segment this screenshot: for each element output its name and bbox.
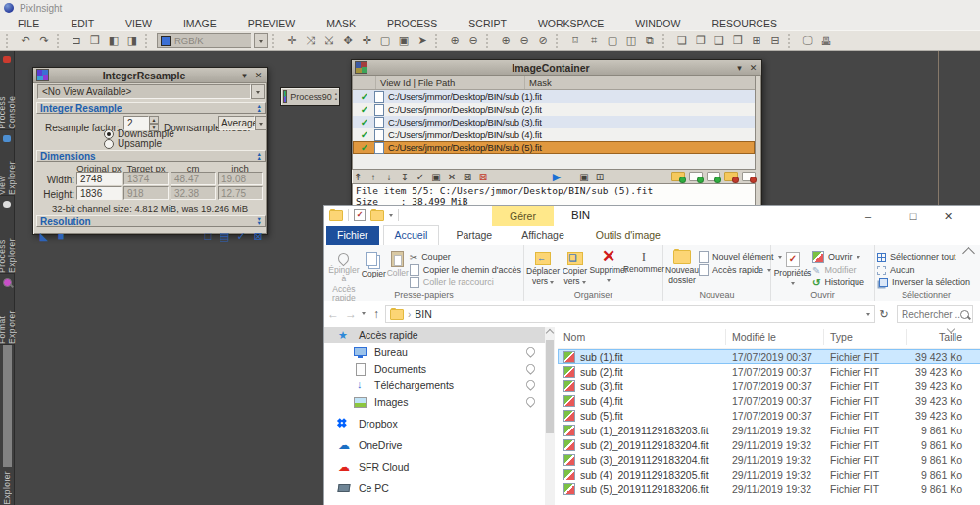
tab-process-explorer[interactable]: Process Explorer [0, 199, 14, 274]
spin-up-icon[interactable]: ▲ [149, 116, 159, 124]
menu-item[interactable]: WINDOW [619, 18, 696, 29]
screen-transfer-icon[interactable]: ⊐ [69, 33, 84, 48]
enabled-check-icon[interactable]: ✓ [359, 129, 370, 140]
new-folder-button[interactable]: Nouveau dossier [665, 247, 699, 289]
new-instance-icon[interactable]: ◣ [37, 230, 51, 243]
section-resolution[interactable]: Resolution ▼▼ [36, 215, 266, 227]
tab-view-explorer[interactable]: View Explorer [0, 133, 14, 196]
execute-icon[interactable]: ✓ [234, 230, 248, 243]
breadcrumb[interactable]: BIN [415, 308, 432, 320]
integer-resample-titlebar[interactable]: IntegerResample ▾ ✕ [33, 68, 267, 83]
channel-selector-dropdown[interactable] [254, 33, 268, 48]
menu-item[interactable]: EDIT [55, 18, 110, 29]
output-directory-icon[interactable] [707, 172, 720, 181]
menu-item[interactable]: PREVIEW [232, 18, 311, 29]
move-up-icon[interactable]: ↑ [368, 172, 379, 182]
enabled-check-icon[interactable]: ✓ [359, 104, 370, 115]
menu-item[interactable]: WORKSPACE [522, 18, 619, 29]
qat-customize-icon[interactable] [389, 214, 393, 219]
contextual-tab-group[interactable]: Gérer [492, 206, 554, 226]
menu-item[interactable]: MASK [311, 18, 371, 29]
file-row[interactable]: sub (2)_20191129183204.fit 29/11/2019 19… [558, 437, 980, 452]
qat-new-folder-icon[interactable] [370, 210, 384, 221]
collapse-icon[interactable]: ▲▲ [257, 152, 262, 160]
window-mode-1-icon[interactable]: ❏ [674, 33, 690, 48]
reset-icon[interactable]: ⊠ [251, 230, 265, 243]
zoom-out-icon[interactable]: ⊖ [466, 33, 481, 48]
collapse-icon[interactable]: ▲▲ [257, 104, 262, 112]
new-preview-icon[interactable]: ▢ [377, 33, 393, 48]
apply-icon[interactable]: ■ [54, 230, 68, 242]
view-id-column[interactable]: View Id | File Path [376, 76, 525, 89]
add-directory-icon[interactable] [689, 172, 703, 181]
tab-partage[interactable]: Partage [445, 226, 503, 245]
zoom-to-fit-icon[interactable]: ⤨ [303, 33, 318, 48]
tile-windows-icon[interactable]: ◫ [623, 33, 639, 48]
nav-item[interactable]: Bureau [324, 343, 545, 360]
split-left-icon[interactable]: ◧ [106, 33, 122, 48]
paste-shortcut-button[interactable]: Coller le raccourci [410, 277, 521, 288]
nav-item[interactable]: OneDrive [324, 436, 545, 453]
section-integer-resample[interactable]: Integer Resample ▲▲ [36, 102, 266, 114]
workspace-1-icon[interactable]: 🖵 [800, 33, 815, 48]
scroll-up-icon[interactable] [546, 329, 554, 337]
process90-iconized-window[interactable]: Process90 ▪▪ [280, 87, 340, 106]
expand-icon[interactable]: ▼▼ [257, 217, 262, 225]
window-mode-6-icon[interactable]: ⊟ [767, 33, 783, 48]
zoom-in-icon[interactable]: ⊕ [447, 33, 463, 48]
file-row[interactable]: sub (4).fit 17/07/2019 00:37 Fichier FIT… [558, 393, 980, 408]
fit-window-icon[interactable]: ⌑ [567, 33, 583, 48]
move-top-icon[interactable]: ↟ [352, 172, 364, 182]
image-row[interactable]: ✓ C:/Users/jmmor/Desktop/BIN/sub (2).fit [353, 103, 755, 116]
file-row[interactable]: sub (2).fit 17/07/2019 00:37 Fichier FIT… [558, 364, 980, 379]
side-strip-scroll[interactable] [3, 345, 12, 467]
enabled-check-icon[interactable]: ✓ [359, 91, 370, 102]
copy-to-button[interactable]: Copier vers [560, 247, 590, 289]
select-none-button[interactable]: Aucun [877, 264, 970, 276]
new-item-button[interactable]: Nouvel élément [699, 251, 782, 263]
tab-accueil[interactable]: Accueil [383, 225, 440, 245]
file-row[interactable]: sub (3)_20191129183204.fit 29/11/2019 19… [558, 452, 980, 467]
maximize-button[interactable]: □ [891, 206, 936, 226]
recent-locations-icon[interactable] [362, 312, 366, 317]
menu-item[interactable]: SCRIPT [453, 18, 522, 29]
process-documentation-icon[interactable]: ▤ [218, 230, 231, 243]
split-right-icon[interactable]: ◨ [124, 33, 140, 48]
window-mode-3-icon[interactable]: ❑ [711, 33, 727, 48]
column-size[interactable]: Taille [907, 329, 968, 345]
apply-to-views-icon[interactable]: ▣ [578, 172, 590, 182]
enable-all-icon[interactable]: ▣ [430, 172, 442, 182]
cascade-windows-icon[interactable]: ⧉ [642, 33, 658, 48]
clear-icon[interactable]: ⊠ [477, 172, 489, 182]
nav-item[interactable]: Images [324, 393, 545, 410]
cursor-mode-icon[interactable]: ➤ [415, 33, 430, 48]
shrink-view-icon[interactable]: ⤩ [321, 33, 337, 48]
iconize-button[interactable]: ▾ [239, 71, 250, 80]
rename-button[interactable]: I Renommer [627, 247, 661, 289]
toolbar-handle[interactable] [6, 34, 13, 48]
pan-mode-icon[interactable]: ✛ [284, 33, 300, 48]
zoom-11-icon[interactable]: ⊕ [498, 33, 514, 48]
menu-item[interactable]: PROCESS [371, 18, 453, 29]
address-dropdown-icon[interactable] [866, 313, 870, 318]
close-button[interactable]: ✕ [936, 206, 980, 226]
mask-column[interactable]: Mask [525, 76, 755, 89]
nav-item[interactable]: Documents [324, 360, 545, 377]
expand-handle-icon[interactable]: ▪▪ [335, 92, 337, 102]
nav-item[interactable]: Accès rapide [324, 327, 545, 343]
column-name[interactable]: Nom [558, 329, 726, 345]
close-button[interactable]: ✕ [748, 63, 759, 73]
up-icon[interactable]: ↑ [368, 307, 385, 321]
remove-files-icon[interactable] [724, 172, 738, 181]
downsample-mode-select[interactable]: Average [218, 116, 255, 130]
workspace-2-icon[interactable]: 🖶 [818, 33, 834, 48]
add-view-icon[interactable]: ⊞ [594, 172, 606, 182]
iconize-button[interactable]: ▾ [734, 63, 745, 73]
delete-button[interactable]: ✕ Supprimer [590, 247, 627, 289]
file-row[interactable]: sub (5).fit 17/07/2019 00:37 Fichier FIT… [558, 408, 980, 423]
explorer-titlebar[interactable]: ✓ Gérer BIN – □ ✕ [324, 206, 980, 226]
minimize-button[interactable]: – [846, 206, 891, 226]
qat-properties-icon[interactable]: ✓ [354, 209, 366, 221]
tab-fichier[interactable]: Fichier [326, 226, 379, 245]
column-type[interactable]: Type [824, 329, 907, 345]
